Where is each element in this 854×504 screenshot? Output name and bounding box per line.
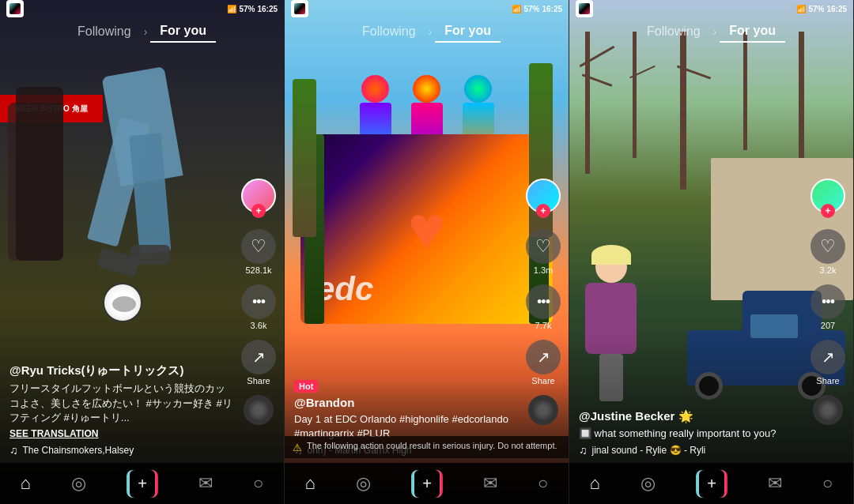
inbox-icon-3: ✉ (768, 473, 782, 494)
truck-windshield (750, 314, 798, 338)
tab-following-1[interactable]: Following (68, 21, 141, 42)
status-bar-3: 📶 57% 16:25 (569, 0, 853, 17)
description-1: フリースタイルフットボールという競技のカッコよさ、美しさを広めたい！ #サッカー… (9, 382, 235, 425)
tree-trunk-4 (743, 32, 747, 150)
nav-explore-2[interactable]: ◎ (356, 473, 371, 494)
music-disc-3[interactable] (813, 395, 843, 425)
like-button-3[interactable]: ♡ (811, 229, 845, 264)
nav-inbox-2[interactable]: ✉ (483, 473, 497, 494)
nav-profile-1[interactable]: ○ (253, 473, 263, 494)
girl-legs (599, 354, 623, 401)
player-shoe-2 (130, 245, 170, 265)
status-bar-2: 📶 57% 16:25 (285, 0, 569, 17)
tiktok-logo-3 (576, 0, 593, 17)
add-icon-2: + (422, 475, 432, 493)
tab-foryou-3[interactable]: For you (720, 21, 785, 43)
comment-button-1[interactable]: ••• (241, 284, 276, 319)
follow-plus-1[interactable]: + (251, 204, 266, 218)
performer-head-2 (413, 75, 440, 103)
explore-icon-2: ◎ (356, 473, 371, 494)
status-bar-right-1: 📶 57% 16:25 (227, 5, 278, 13)
bottom-nav-3: ⌂ ◎ + ✉ ○ (569, 463, 853, 504)
add-button-1[interactable]: + (127, 470, 158, 498)
status-bar-left-1 (6, 0, 24, 17)
nav-tabs-2: Following › For you (285, 21, 569, 43)
nav-home-3[interactable]: ⌂ (590, 473, 600, 494)
bottom-content-1: @Ryu Tricks(りゅートリックス) フリースタイルフットボールという競技… (9, 363, 235, 457)
battery-pct-2: 57% (523, 5, 539, 13)
time-2: 16:25 (542, 5, 562, 13)
add-button-2[interactable]: + (411, 470, 443, 498)
music-disc-1[interactable] (244, 395, 274, 425)
like-button-2[interactable]: ♡ (526, 229, 561, 264)
comment-group-2: ••• 7.7k (526, 284, 561, 330)
comment-button-3[interactable]: ••• (811, 284, 845, 319)
palm-tree-left (293, 79, 316, 237)
share-label-2: Share (531, 376, 554, 386)
username-2[interactable]: @Brandon (294, 396, 520, 409)
explore-icon-3: ◎ (640, 473, 656, 494)
tab-foryou-1[interactable]: For you (150, 21, 216, 43)
tab-following-3[interactable]: Following (637, 21, 710, 42)
status-bar-left-2 (291, 0, 308, 17)
like-group-1: ♡ 528.1k (241, 229, 276, 275)
tree-trunk-2 (633, 32, 637, 158)
nav-add-2[interactable]: + (411, 470, 443, 498)
hot-badge-2: Hot (294, 380, 318, 393)
like-count-2: 1.3m (534, 265, 553, 275)
time-1: 16:25 (257, 5, 278, 13)
nav-add-3[interactable]: + (696, 470, 727, 498)
nav-home-1[interactable]: ⌂ (21, 473, 31, 494)
nav-explore-1[interactable]: ◎ (71, 473, 86, 494)
music-note-1: ♫ (9, 444, 18, 457)
performer-head-3 (464, 75, 492, 103)
comment-group-3: ••• 207 (811, 284, 845, 330)
girl-hair (591, 245, 631, 265)
soccer-ball (103, 283, 142, 322)
status-bar-1: 📶 57% 16:25 (0, 0, 284, 17)
music-disc-2[interactable] (528, 395, 558, 425)
nav-profile-3[interactable]: ○ (822, 473, 833, 494)
nav-profile-2[interactable]: ○ (538, 473, 548, 494)
comment-count-3: 207 (821, 321, 835, 330)
tab-divider-1: › (141, 25, 151, 38)
nav-explore-3[interactable]: ◎ (640, 473, 656, 494)
music-disc-group-1 (244, 395, 274, 425)
username-3[interactable]: @Justine Becker 🌟 (579, 409, 804, 423)
music-name-1: The Chainsmokers,Halsey (23, 445, 134, 456)
action-buttons-3: + ♡ 3.2k ••• 207 ↗ Share (811, 179, 845, 425)
comment-button-2[interactable]: ••• (526, 284, 561, 319)
music-note-3: ♫ (579, 444, 588, 457)
follow-plus-2[interactable]: + (536, 204, 550, 218)
heart-icon-2: ♡ (535, 236, 551, 257)
edc-heart-icon: ♥ (408, 193, 446, 265)
tab-divider-2: › (425, 25, 436, 38)
nav-add-1[interactable]: + (127, 470, 158, 498)
profile-icon-1: ○ (253, 473, 263, 494)
action-buttons-1: + ♡ 528.1k ••• 3.6k ↗ Share (241, 179, 276, 425)
share-button-2[interactable]: ↗ (526, 340, 561, 374)
see-translation-1[interactable]: SEE TRANSLATION (9, 428, 235, 439)
bottom-content-3: @Justine Becker 🌟 🔲 what something reall… (579, 409, 804, 457)
nav-inbox-1[interactable]: ✉ (198, 473, 213, 494)
add-button-3[interactable]: + (696, 470, 727, 498)
add-icon-1: + (138, 475, 147, 493)
dots-icon-3: ••• (822, 294, 834, 310)
nav-home-2[interactable]: ⌂ (305, 473, 316, 494)
like-button-1[interactable]: ♡ (241, 229, 276, 264)
heart-icon-1: ♡ (251, 236, 266, 257)
username-1[interactable]: @Ryu Tricks(りゅートリックス) (9, 363, 235, 378)
nav-inbox-3[interactable]: ✉ (768, 473, 782, 494)
soccer-player (95, 71, 190, 292)
follow-plus-3[interactable]: + (821, 204, 835, 218)
nav-tabs-3: Following › For you (569, 21, 853, 43)
tab-foryou-2[interactable]: For you (435, 21, 501, 43)
warning-icon-2: ⚠ (293, 442, 302, 453)
phone-panel-2: ♥ 📶 57% 16:25 Following › For you (285, 0, 569, 504)
share-button-1[interactable]: ↗ (241, 340, 276, 374)
music-disc-group-2 (528, 395, 558, 425)
share-icon-1: ↗ (252, 348, 266, 367)
tree-trunk-5 (799, 32, 804, 174)
share-button-3[interactable]: ↗ (811, 340, 845, 374)
tab-following-2[interactable]: Following (353, 21, 425, 42)
